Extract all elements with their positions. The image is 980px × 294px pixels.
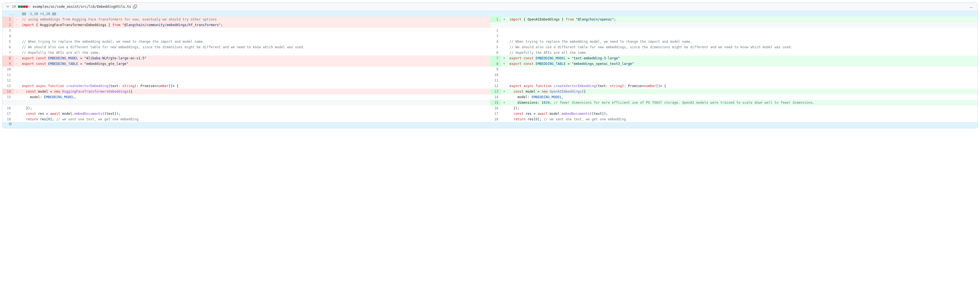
line-number-old[interactable]: 18 — [3, 117, 14, 122]
copy-path-icon[interactable] — [133, 5, 137, 9]
code-cell-new[interactable]: export const EMBEDDING_TABLE = "embeddin… — [507, 61, 977, 66]
line-number-old[interactable]: 3 — [3, 28, 14, 33]
file-path-link[interactable]: examples/ai/code_assist/src/lib/Embeddin… — [32, 5, 131, 9]
diff-marker-old — [14, 39, 20, 44]
line-number-old[interactable]: 6 — [3, 44, 14, 50]
line-number-old[interactable]: 13 — [3, 83, 14, 89]
code-cell-old[interactable] — [20, 100, 490, 105]
line-number-old[interactable]: 11 — [3, 72, 14, 77]
code-cell-old[interactable]: // We should also use a different table … — [20, 44, 490, 50]
line-number-new[interactable]: 6 — [490, 50, 501, 55]
code-cell-new[interactable]: // We should also use a different table … — [507, 44, 977, 50]
diff-row: 109 — [3, 66, 977, 72]
diff-row: 14- const model = new HuggingFaceTransfo… — [3, 89, 977, 94]
code-cell-new[interactable]: return res[0]; // we sent one text, we g… — [507, 117, 977, 122]
code-cell-old[interactable]: export const EMBEDDING_TABLE = "embeddin… — [20, 61, 490, 66]
line-number-old[interactable] — [3, 100, 14, 105]
code-cell-new[interactable]: // Hopefully the APIs are all the same. — [507, 50, 977, 55]
diff-marker-new — [501, 117, 507, 122]
line-number-old[interactable]: 16 — [3, 105, 14, 111]
code-cell-new[interactable] — [507, 28, 977, 33]
diff-row: 1211 — [3, 77, 977, 83]
code-cell-old[interactable]: // using embeddings from Hugging Face Tr… — [20, 17, 490, 22]
line-number-old[interactable]: 2 — [3, 22, 14, 28]
diff-marker-old — [14, 72, 20, 77]
changed-lines-count: 10 — [12, 5, 16, 9]
code-cell-old[interactable] — [20, 66, 490, 72]
line-number-old[interactable]: 15 — [3, 94, 14, 100]
code-cell-new[interactable]: export const EMBEDDING_MODEL = "text-emb… — [507, 55, 977, 61]
collapse-chevron-icon[interactable] — [6, 5, 10, 9]
code-cell-new[interactable]: export async function createVectorEmbedd… — [507, 83, 977, 89]
line-number-new[interactable]: 11 — [490, 77, 501, 83]
line-number-old[interactable]: 17 — [3, 111, 14, 117]
code-cell-new[interactable] — [507, 22, 977, 28]
line-number-new[interactable]: 16 — [490, 105, 501, 111]
code-cell-old[interactable]: }); — [20, 105, 490, 111]
code-cell-old[interactable]: return res[0]; // we sent one text, we g… — [20, 117, 490, 122]
diff-row: 2-import { HuggingFaceTransformersEmbedd… — [3, 22, 977, 28]
code-cell-old[interactable]: const res = await model.embedDocuments([… — [20, 111, 490, 117]
code-cell-new[interactable]: dimensions: 1024, // fewer dimensions fo… — [507, 100, 977, 105]
code-cell-new[interactable]: // When trying to replace the embedding … — [507, 39, 977, 44]
line-number-new[interactable]: 9 — [490, 66, 501, 72]
code-cell-old[interactable]: export const EMBEDDING_MODEL = "Alibaba-… — [20, 55, 490, 61]
code-cell-new[interactable] — [507, 33, 977, 39]
diff-row: 43 — [3, 33, 977, 39]
code-cell-new[interactable]: const model = new OpenAIEmbeddings({ — [507, 89, 977, 94]
line-number-new[interactable]: 14 — [490, 94, 501, 100]
diff-marker-old — [14, 94, 20, 100]
line-number-new[interactable]: 12 — [490, 83, 501, 89]
line-number-new[interactable]: 3 — [490, 33, 501, 39]
line-number-new[interactable]: 15 — [490, 100, 501, 105]
line-number-old[interactable]: 4 — [3, 33, 14, 39]
line-number-new[interactable]: 17 — [490, 111, 501, 117]
code-cell-new[interactable]: }); — [507, 105, 977, 111]
line-number-old[interactable]: 7 — [3, 50, 14, 55]
diff-row: 13export async function createVectorEmbe… — [3, 83, 977, 89]
code-cell-old[interactable] — [20, 72, 490, 77]
line-number-old[interactable]: 9 — [3, 61, 14, 66]
code-cell-old[interactable]: export async function createVectorEmbedd… — [20, 83, 490, 89]
expand-down-row — [3, 122, 977, 128]
code-cell-new[interactable]: const res = await model.embedDocuments([… — [507, 111, 977, 117]
line-number-new[interactable]: 10 — [490, 72, 501, 77]
code-cell-new[interactable] — [507, 66, 977, 72]
code-cell-old[interactable] — [20, 77, 490, 83]
code-cell-old[interactable]: const model = new HuggingFaceTransformer… — [20, 89, 490, 94]
line-number-old[interactable]: 1 — [3, 17, 14, 22]
line-number-old[interactable]: 10 — [3, 66, 14, 72]
diff-marker-old — [14, 105, 20, 111]
code-cell-new[interactable] — [507, 72, 977, 77]
line-number-old[interactable]: 8 — [3, 55, 14, 61]
diff-row: 17 const res = await model.embedDocument… — [3, 111, 977, 117]
diff-marker-new: + — [501, 61, 507, 66]
line-number-new[interactable] — [490, 22, 501, 28]
line-number-old[interactable]: 12 — [3, 77, 14, 83]
line-number-new[interactable]: 13 — [490, 89, 501, 94]
diff-marker-new — [501, 105, 507, 111]
code-cell-old[interactable] — [20, 28, 490, 33]
expand-hunk-button[interactable]: ... — [3, 11, 20, 17]
line-number-new[interactable]: 5 — [490, 44, 501, 50]
line-number-old[interactable]: 5 — [3, 39, 14, 44]
line-number-new[interactable]: 8 — [490, 61, 501, 66]
line-number-new[interactable]: 7 — [490, 55, 501, 61]
line-number-new[interactable]: 2 — [490, 28, 501, 33]
diff-row: 15+ dimensions: 1024, // fewer dimension… — [3, 100, 977, 105]
line-number-new[interactable]: 4 — [490, 39, 501, 44]
diff-row: 7// Hopefully the APIs are all the same.… — [3, 50, 977, 55]
code-cell-old[interactable]: // Hopefully the APIs are all the same. — [20, 50, 490, 55]
code-cell-new[interactable]: import { OpenAIEmbeddings } from "@langc… — [507, 17, 977, 22]
code-cell-old[interactable] — [20, 33, 490, 39]
code-cell-old[interactable]: import { HuggingFaceTransformersEmbeddin… — [20, 22, 490, 28]
line-number-new[interactable]: 1 — [490, 17, 501, 22]
code-cell-old[interactable]: model: EMBEDDING_MODEL, — [20, 94, 490, 100]
code-cell-old[interactable]: // When trying to replace the embedding … — [20, 39, 490, 44]
code-cell-new[interactable]: model: EMBEDDING_MODEL, — [507, 94, 977, 100]
file-menu-kebab-icon[interactable]: … — [969, 5, 974, 9]
line-number-old[interactable]: 14 — [3, 89, 14, 94]
expand-down-button[interactable] — [3, 122, 20, 128]
line-number-new[interactable]: 18 — [490, 117, 501, 122]
code-cell-new[interactable] — [507, 77, 977, 83]
